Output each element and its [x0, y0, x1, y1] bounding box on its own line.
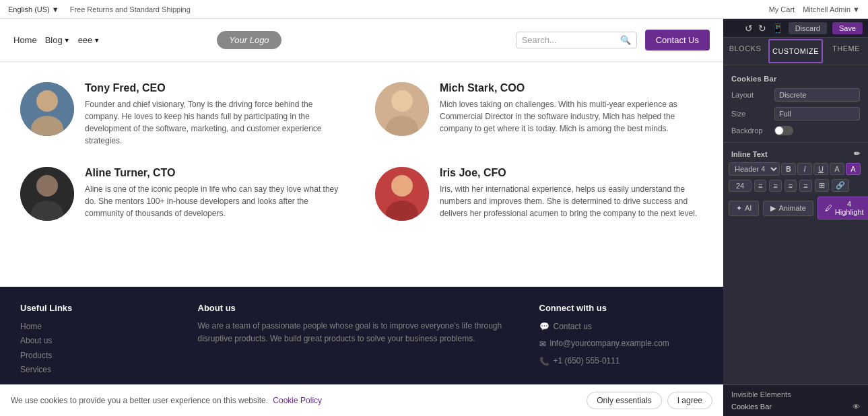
inline-text-title: Inline Text	[731, 150, 768, 158]
nav-blog-dropdown[interactable]: Blog ▼	[45, 35, 70, 45]
footer-useful-links: Useful Links Home About us Products Serv…	[20, 303, 185, 378]
team-info-mich: Mich Stark, COO Mich loves taking on cha…	[440, 82, 703, 135]
avatar-iris	[375, 167, 429, 221]
tab-customize[interactable]: CUSTOMIZE	[768, 39, 823, 63]
italic-button[interactable]: I	[797, 163, 812, 175]
team-name-aline: Aline Turner, CTO	[85, 167, 348, 179]
svg-point-10	[391, 175, 413, 197]
align-right-button[interactable]: ≡	[784, 180, 797, 192]
avatar-mich	[375, 82, 429, 136]
font-size-input[interactable]: 24	[729, 180, 752, 192]
panel-tabs: BLOCKS CUSTOMIZE THEME	[723, 38, 868, 65]
contact-button[interactable]: Contact Us	[645, 30, 710, 50]
layout-select[interactable]: Discrete	[774, 88, 860, 102]
nav-eee[interactable]: eee	[78, 35, 93, 45]
redo-icon[interactable]: ↻	[758, 23, 766, 34]
panel-content: Cookies Bar Layout Discrete Size Full Ba…	[723, 65, 868, 384]
size-select[interactable]: Full	[774, 107, 860, 120]
cookie-agree-button[interactable]: I agree	[667, 392, 712, 409]
animate-button[interactable]: ▶ Animate	[763, 201, 813, 216]
footer-contact-link[interactable]: Contact us	[554, 320, 592, 335]
team-bio-tony: Founder and chief visionary, Tony is the…	[85, 98, 348, 147]
footer-link-about[interactable]: About us	[20, 334, 185, 349]
link-button[interactable]: 🔗	[832, 179, 849, 192]
footer-about-title: About us	[198, 303, 526, 313]
cookie-essentials-button[interactable]: Only essentials	[587, 392, 661, 409]
backdrop-toggle[interactable]	[774, 126, 793, 135]
font-size-row: 24 ≡ ≡ ≡ ≡ ⊞ 🔗	[723, 177, 868, 194]
footer-about-text: We are a team of passionate people whose…	[198, 320, 526, 345]
size-label: Size	[731, 110, 769, 118]
cookie-policy-link[interactable]: Cookie Policy	[273, 396, 322, 405]
admin-menu[interactable]: Mitchell Admin ▼	[803, 5, 860, 13]
team-info-iris: Iris Joe, CFO Iris, with her internation…	[440, 167, 703, 219]
cookie-bar: We use cookies to provide you a better u…	[0, 384, 723, 416]
toggle-knob	[775, 127, 783, 135]
highlight-button[interactable]: 🖊 4 Highlight	[817, 197, 868, 219]
team-section: Tony Fred, CEO Founder and chief visiona…	[0, 62, 723, 287]
eye-icon[interactable]: 👁	[853, 403, 860, 411]
align-left-button[interactable]: ≡	[754, 180, 766, 192]
align-center-button[interactable]: ≡	[769, 180, 781, 192]
nav-links: Home Blog ▼ eee ▼	[13, 35, 100, 45]
align-justify-button[interactable]: ≡	[799, 180, 811, 192]
edit-icon[interactable]: ✏	[854, 149, 860, 158]
footer-link-services[interactable]: Services	[20, 363, 185, 378]
save-button[interactable]: Save	[832, 22, 863, 34]
team-info-tony: Tony Fred, CEO Founder and chief visiona…	[85, 82, 348, 147]
nav-home[interactable]: Home	[13, 35, 37, 45]
mobile-preview-icon[interactable]: 📱	[772, 23, 783, 34]
tab-blocks[interactable]: BLOCKS	[723, 38, 767, 65]
highlight-icon: 🖊	[825, 204, 832, 212]
team-name-iris: Iris Joe, CFO	[440, 167, 703, 179]
invisible-cookies-bar-label: Cookies Bar	[731, 403, 772, 411]
nav-blog[interactable]: Blog	[45, 35, 63, 45]
panel-toolbar: ↺ ↻ 📱 Discard Save	[723, 19, 868, 38]
team-name-mich: Mich Stark, COO	[440, 82, 703, 94]
footer-connect-title: Connect with us	[539, 303, 704, 313]
right-panel: ↺ ↻ 📱 Discard Save BLOCKS CUSTOMIZE THEM…	[723, 19, 868, 416]
team-member-aline: Aline Turner, CTO Aline is one of the ic…	[20, 167, 348, 221]
bold-button[interactable]: B	[781, 163, 796, 175]
play-icon: ▶	[770, 204, 776, 213]
action-row: ✦ AI ▶ Animate 🖊 4 Highlight	[723, 194, 868, 222]
footer-email-link[interactable]: info@yourcompany.example.com	[550, 337, 669, 351]
ai-button[interactable]: ✦ AI	[729, 201, 759, 216]
font-color-button[interactable]: A	[830, 163, 844, 175]
team-grid: Tony Fred, CEO Founder and chief visiona…	[20, 82, 703, 221]
team-member-mich: Mich Stark, COO Mich loves taking on cha…	[375, 82, 703, 147]
utility-bar: English (US) ▼ Free Returns and Standard…	[0, 0, 868, 19]
footer-phone-link[interactable]: +1 (650) 555-0111	[554, 354, 620, 369]
svg-point-1	[36, 90, 58, 112]
backdrop-label: Backdrop	[731, 127, 769, 135]
footer-link-home[interactable]: Home	[20, 320, 185, 335]
list-button[interactable]: ⊞	[815, 179, 829, 192]
search-placeholder: Search...	[522, 35, 557, 45]
team-bio-mich: Mich loves taking on challenges. With hi…	[440, 98, 703, 135]
search-icon[interactable]: 🔍	[620, 35, 631, 45]
refresh-icon[interactable]: ↺	[745, 23, 753, 34]
tab-theme[interactable]: THEME	[824, 38, 868, 65]
nav-bar: Home Blog ▼ eee ▼ Your Logo Search... 🔍 …	[0, 19, 723, 62]
nav-eee-dropdown[interactable]: eee ▼	[78, 35, 100, 45]
team-bio-iris: Iris, with her international experience,…	[440, 183, 703, 219]
language-selector[interactable]: English (US) ▼	[8, 5, 59, 13]
avatar-aline	[20, 167, 74, 221]
eee-chevron-icon: ▼	[94, 37, 100, 44]
footer-about: About us We are a team of passionate peo…	[198, 303, 526, 378]
underline-button[interactable]: U	[813, 163, 828, 175]
my-cart-link[interactable]: My Cart	[769, 5, 795, 13]
header-select[interactable]: Header 4	[729, 162, 780, 176]
team-member-iris: Iris Joe, CFO Iris, with her internation…	[375, 167, 703, 221]
website-preview: Home Blog ▼ eee ▼ Your Logo Search... 🔍 …	[0, 19, 723, 416]
panel-bottom: Invisible Elements Cookies Bar 👁	[723, 384, 868, 416]
search-bar[interactable]: Search... 🔍	[516, 32, 637, 48]
section-divider	[723, 142, 868, 143]
footer-link-products[interactable]: Products	[20, 349, 185, 363]
team-info-aline: Aline Turner, CTO Aline is one of the ic…	[85, 167, 348, 219]
discard-button[interactable]: Discard	[789, 22, 827, 34]
highlight-color-button[interactable]: A	[846, 163, 861, 175]
shipping-text: Free Returns and Standard Shipping	[70, 5, 769, 13]
blog-chevron-icon: ▼	[64, 37, 70, 44]
cookie-text: We use cookies to provide you a better u…	[11, 396, 578, 405]
